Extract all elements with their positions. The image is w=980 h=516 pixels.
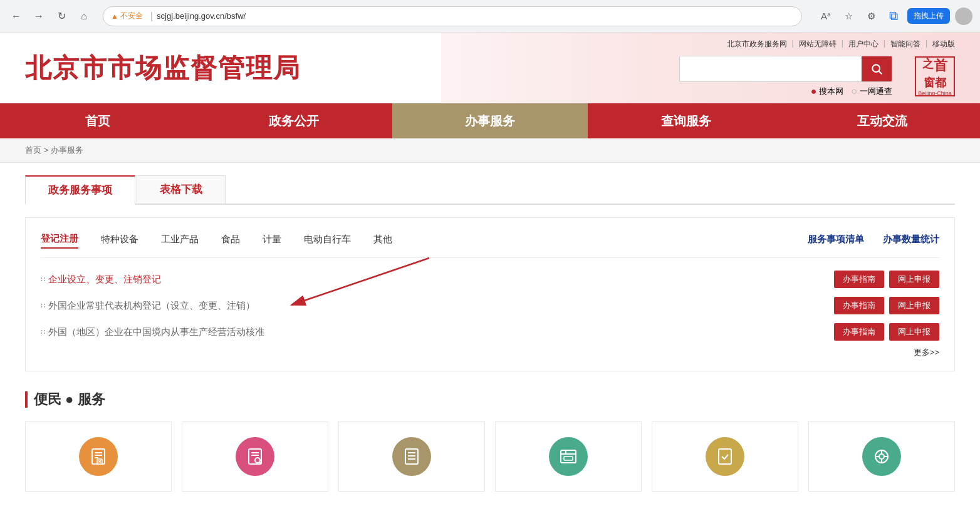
conv-card-3[interactable] [338, 421, 485, 492]
online-apply-btn-3[interactable]: 网上申报 [889, 323, 939, 341]
service-panel: 登记注册 特种设备 工业产品 食品 计量 电动自行车 其他 服务事项清单 办事数… [25, 217, 955, 371]
conv-card-5[interactable] [652, 421, 798, 492]
forward-button[interactable]: → [30, 8, 48, 25]
service-row: 外国（地区）企业在中国境内从事生产经营活动核准 办事指南 网上申报 [41, 323, 939, 341]
title-bar-decoration [25, 391, 28, 408]
tab-service-items[interactable]: 政务服务事项 [25, 175, 135, 205]
browser-bar: ← → ↻ ⌂ ▲ 不安全 | scjgj.beijing.gov.cn/bsf… [0, 0, 980, 33]
security-warning: ▲ 不安全 [111, 11, 143, 21]
category-special-equipment[interactable]: 特种设备 [101, 231, 138, 248]
conv-icon-3 [392, 437, 431, 476]
nav-service[interactable]: 办事服务 [392, 103, 588, 138]
more-link[interactable]: 更多>> [41, 347, 939, 358]
service-list: 企业设立、变更、注销登记 办事指南 网上申报 外国企业常驻代表机构登记（设立、变… [41, 271, 939, 341]
main-nav: 首页 政务公开 办事服务 查询服务 互动交流 [0, 103, 980, 138]
category-food[interactable]: 食品 [221, 231, 240, 248]
nav-interact[interactable]: 互动交流 [784, 103, 980, 138]
stats-link[interactable]: 办事数量统计 [883, 234, 939, 245]
btn-group-1: 办事指南 网上申报 [834, 271, 939, 288]
search-options: ● 搜本网 ○ 一网通查 [811, 86, 892, 97]
conv-card-2[interactable] [182, 421, 328, 492]
logo-badge: 之 首 窗 都 Beijing-China [915, 56, 955, 96]
conv-icon-2 [236, 437, 274, 476]
search-area: ● 搜本网 ○ 一网通查 [679, 56, 892, 97]
conv-icon-6 [862, 437, 901, 476]
service-link-3[interactable]: 外国（地区）企业在中国境内从事生产经营活动核准 [41, 326, 264, 338]
convenience-cards [25, 421, 955, 492]
convenience-title: 便民 ● 服务 [34, 390, 105, 409]
conv-icon-4 [549, 437, 588, 476]
conv-card-6[interactable] [808, 421, 955, 492]
service-link-2[interactable]: 外国企业常驻代表机构登记（设立、变更、注销） [41, 300, 255, 312]
search-input[interactable] [680, 56, 862, 81]
breadcrumb: 首页 > 办事服务 [0, 138, 980, 163]
convenience-section: 便民 ● 服务 [25, 390, 955, 492]
conv-card-4[interactable] [495, 421, 642, 492]
conv-icon-5 [706, 437, 744, 476]
category-registration[interactable]: 登记注册 [41, 230, 78, 249]
service-list-link[interactable]: 服务事项清单 [808, 234, 864, 245]
conv-card-1[interactable] [25, 421, 172, 492]
svg-rect-24 [719, 449, 731, 464]
svg-point-26 [879, 454, 884, 459]
svg-rect-23 [564, 457, 573, 460]
nav-query[interactable]: 查询服务 [588, 103, 784, 138]
url-display: scjgj.beijing.gov.cn/bsfw/ [157, 11, 794, 21]
extension-button[interactable]: ⧉ [885, 8, 902, 25]
nav-home[interactable]: 首页 [0, 103, 196, 138]
svg-point-14 [255, 458, 260, 463]
radio-search-all[interactable]: ○ 一网通查 [851, 86, 892, 97]
category-ebike[interactable]: 电动自行车 [304, 231, 351, 248]
search-bar [679, 56, 892, 82]
site-header: 北京市市场监督管理局 北京市政务服务网 | 网站无障碍 | 用户中心 | 智能问… [0, 33, 980, 103]
office-guide-btn-3[interactable]: 办事指南 [834, 323, 884, 341]
svg-point-0 [872, 64, 880, 72]
settings-button[interactable]: ⚙ [862, 8, 880, 25]
link-gov-service[interactable]: 北京市政务服务网 [727, 39, 787, 49]
svg-line-1 [879, 71, 882, 75]
link-mobile[interactable]: 移动版 [932, 39, 955, 49]
category-industrial-products[interactable]: 工业产品 [161, 231, 199, 248]
category-measurement[interactable]: 计量 [263, 231, 281, 248]
category-right-actions: 服务事项清单 办事数量统计 [808, 234, 939, 245]
radio-dot-inactive: ○ [851, 86, 857, 97]
bookmark-button[interactable]: ☆ [840, 8, 857, 25]
online-apply-btn-1[interactable]: 网上申报 [889, 271, 939, 288]
service-row: 企业设立、变更、注销登记 办事指南 网上申报 [41, 271, 939, 288]
nav-gov-open[interactable]: 政务公开 [196, 103, 392, 138]
link-ai-qa[interactable]: 智能问答 [890, 39, 920, 49]
header-right: 北京市政务服务网 | 网站无障碍 | 用户中心 | 智能问答 | 移动版 [679, 39, 955, 97]
breadcrumb-current: 办事服务 [51, 145, 83, 155]
upload-button[interactable]: 拖拽上传 [907, 8, 950, 24]
header-top-links: 北京市政务服务网 | 网站无障碍 | 用户中心 | 智能问答 | 移动版 [727, 39, 956, 49]
warning-icon: ▲ [111, 12, 118, 21]
office-guide-btn-1[interactable]: 办事指南 [834, 271, 884, 288]
btn-group-2: 办事指南 网上申报 [834, 297, 939, 314]
tab-form-download[interactable]: 表格下载 [137, 175, 226, 204]
service-row: 外国企业常驻代表机构登记（设立、变更、注销） 办事指南 网上申报 [41, 297, 939, 314]
font-size-button[interactable]: Aᵃ [817, 8, 835, 25]
site-title: 北京市市场监督管理局 [25, 51, 301, 86]
tab-bar: 政务服务事项 表格下载 [25, 175, 955, 205]
radio-dot-active: ● [811, 86, 817, 97]
main-content: 政务服务事项 表格下载 登记注册 特种设备 工业产品 食品 计量 电动自行车 其… [0, 163, 980, 510]
browser-right-icons: Aᵃ ☆ ⚙ ⧉ 拖拽上传 [817, 8, 972, 25]
home-button[interactable]: ⌂ [75, 8, 93, 25]
category-nav: 登记注册 特种设备 工业产品 食品 计量 电动自行车 其他 服务事项清单 办事数… [41, 230, 939, 258]
back-button[interactable]: ← [8, 8, 25, 25]
address-bar[interactable]: ▲ 不安全 | scjgj.beijing.gov.cn/bsfw/ [103, 6, 802, 26]
category-other[interactable]: 其他 [373, 231, 392, 248]
service-link-1[interactable]: 企业设立、变更、注销登记 [41, 274, 161, 286]
link-accessibility[interactable]: 网站无障碍 [799, 39, 837, 49]
btn-group-3: 办事指南 网上申报 [834, 323, 939, 341]
refresh-button[interactable]: ↻ [53, 8, 70, 25]
breadcrumb-home[interactable]: 首页 [25, 145, 41, 155]
link-user-center[interactable]: 用户中心 [848, 39, 878, 49]
online-apply-btn-2[interactable]: 网上申报 [889, 297, 939, 314]
avatar [955, 8, 972, 25]
search-button[interactable] [862, 56, 892, 81]
service-list-wrapper: 企业设立、变更、注销登记 办事指南 网上申报 外国企业常驻代表机构登记（设立、变… [41, 271, 939, 341]
office-guide-btn-2[interactable]: 办事指南 [834, 297, 884, 314]
radio-search-site[interactable]: ● 搜本网 [811, 86, 844, 97]
section-title: 便民 ● 服务 [25, 390, 955, 409]
